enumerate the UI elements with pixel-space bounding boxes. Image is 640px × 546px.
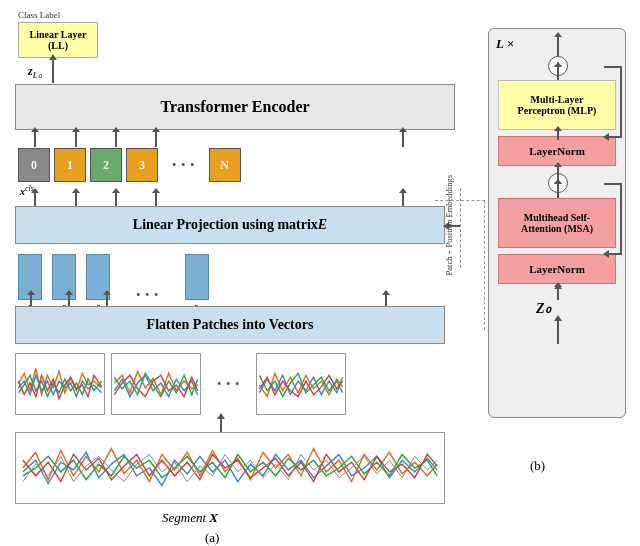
skip-h-bottom-in [604,183,620,185]
arrow-ll-to-encoder [52,59,54,83]
arrow-b-mlp-plus [557,66,559,80]
arrow-proj-token3 [155,192,157,206]
linear-layer-box: Linear Layer (LL) [18,22,98,58]
msa-text-1: Multihead Self- [524,212,590,223]
l-times-label: L × [496,36,514,52]
class-label: Class Label [18,10,60,20]
skip-h-bottom-out [604,253,620,255]
dashed-connect-v [484,200,485,330]
arrow-b-msa-plus [557,183,559,198]
arrow-b-top [557,36,559,56]
arrow-proj-token0 [34,192,36,206]
segment-label-text: Segment [162,510,209,525]
arrow-flatten-pv2 [68,294,70,306]
diagram-container: Class Label Linear Layer (LL) zL₀ Transf… [0,0,640,546]
flatten-label: Flatten Patches into Vectors [147,317,314,333]
skip-right-top [620,66,622,138]
patch-vector-n [185,254,209,300]
msa-box: Multihead Self- Attention (MSA) [498,198,616,248]
token-2: 2 [90,148,122,182]
segment-x: X [209,510,218,525]
linear-layer-text-1: Linear Layer [30,29,87,40]
panel-b: L × + Multi-Layer Perceptron (MLP) Layer… [484,28,634,508]
arrow-flatten-pv1 [30,294,32,306]
segment-svg [16,433,444,503]
tokens-dots: · · · [162,155,205,176]
tokens-row: 0 1 2 3 · · · N [18,148,241,182]
token-0: 0 [18,148,50,182]
linear-proj-box: Linear Projection using matrix E [15,206,445,244]
skip-h-top-in [604,66,620,68]
arrow-proj-token1 [75,192,77,206]
z0-label: Z₀ [536,300,551,317]
patch-image-n [256,353,346,415]
arrow-b-bottom [557,286,559,300]
layernorm-2-box: LayerNorm [498,254,616,284]
arrow-token2-up [115,131,117,147]
arrow-token3-up [155,131,157,147]
segment-box [15,432,445,504]
patch-image-1 [15,353,105,415]
token-3: 3 [126,148,158,182]
linear-layer-text-2: (LL) [48,40,68,51]
mlp-box: Multi-Layer Perceptron (MLP) [498,80,616,130]
transformer-encoder-label: Transformer Encoder [160,98,309,116]
arrow-proj-token2 [115,192,117,206]
arrow-tokenN-up [402,131,404,147]
arrow-token1-up [75,131,77,147]
flatten-box: Flatten Patches into Vectors [15,306,445,344]
dashed-connect-h [435,200,485,201]
skip-h-top-out [604,136,620,138]
arrow-b-out [557,320,559,344]
arrow-token0-up [34,131,36,147]
token-n: N [209,148,241,182]
dashed-connect-v2 [484,328,485,329]
mlp-text-1: Multi-Layer [531,94,584,105]
layernorm-1-label: LayerNorm [529,145,585,157]
arrow-b-ln1-mlp [557,130,559,140]
arrow-proj-tokenN [402,192,404,206]
linear-proj-matrix: E [318,217,327,233]
patches-dots: · · · [207,374,250,395]
mlp-text-2: Perceptron (MLP) [518,105,597,116]
patch-svg-2 [112,354,200,414]
linear-proj-label: Linear Projection using matrix [133,217,318,233]
arrow-b-plus-ln1 [557,166,559,180]
arrow-flatten-pvN [385,294,387,306]
arrow-flatten-pv3 [106,294,108,306]
patches-images-row: · · · [15,352,445,416]
token-1: 1 [54,148,86,182]
transformer-encoder-box: Transformer Encoder [15,84,455,130]
panel-a-label: (a) [205,530,219,546]
layernorm-2-label: LayerNorm [529,263,585,275]
skip-right-bottom [620,183,622,255]
msa-text-2: Attention (MSA) [521,223,593,234]
patch-svg-n [257,354,345,414]
patch-svg-1 [16,354,104,414]
patch-image-2 [111,353,201,415]
panel-b-label: (b) [530,458,545,474]
panel-a: Class Label Linear Layer (LL) zL₀ Transf… [10,10,470,530]
z-l0-label: zL₀ [28,64,42,80]
segment-label: Segment X [162,510,218,526]
embeddings-label: Patch + Position Embeddings [444,175,454,275]
